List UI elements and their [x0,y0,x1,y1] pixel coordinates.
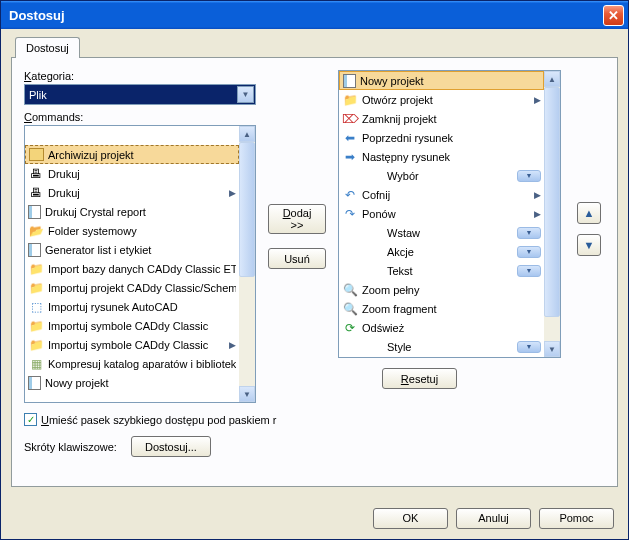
blank-icon [28,128,44,144]
close-icon[interactable]: ✕ [603,5,624,26]
tab-strip: Dostosuj [11,37,618,58]
import-icon: 📁 [28,280,44,296]
dropdown-pill-icon[interactable]: ▼ [517,170,541,182]
toolbar-listbox[interactable]: Nowy projekt📁Otwórz projekt▶⌦Zamknij pro… [338,70,561,358]
list-item[interactable]: 📂Folder systemowy [25,221,239,240]
list-item[interactable]: ➡Następny rysunek [339,147,544,166]
customize-dialog: Dostosuj ✕ Dostosuj Kategoria: Plik ▼ Co… [0,0,629,540]
scroll-down-icon[interactable]: ▼ [544,341,560,357]
item-label: Importuj projekt CADdy Classic/Schem [48,282,236,294]
blank-icon [367,168,383,184]
item-label: Wstaw [387,227,513,239]
item-label: Ponów [362,208,530,220]
scroll-thumb[interactable] [544,87,560,317]
document-icon [343,74,356,88]
cancel-button[interactable]: Anuluj [456,508,531,529]
item-label: Kompresuj katalog aparatów i bibliotek [48,358,236,370]
tab-customize[interactable]: Dostosuj [15,37,80,58]
item-label: Poprzedni rysunek [362,132,541,144]
list-item[interactable]: ⌦Zamknij projekt [339,109,544,128]
item-label: Archiwizuj projekt [48,149,235,161]
commands-listbox[interactable]: Archiwizuj projekt🖶Drukuj🖶Drukuj▶Drukuj … [24,125,256,403]
list-item[interactable]: Nowy projekt [25,373,239,392]
list-item[interactable]: 📁Importuj symbole CADdy Classic [25,316,239,335]
dropdown-pill-icon[interactable]: ▼ [517,227,541,239]
submenu-arrow-icon: ▶ [229,340,236,350]
compress-icon: ▦ [28,356,44,372]
list-item[interactable]: Nowy projekt [339,71,544,90]
list-item[interactable] [25,126,239,145]
remove-button[interactable]: Usuń [268,248,326,269]
reset-button[interactable]: Resetuj [382,368,457,389]
list-item[interactable]: Akcje▼ [339,242,544,261]
titlebar[interactable]: Dostosuj ✕ [1,1,628,29]
list-item[interactable]: Generator list i etykiet [25,240,239,259]
list-item[interactable]: Style▼ [339,337,544,356]
document-icon [28,243,41,257]
move-down-button[interactable]: ▼ [577,234,601,256]
left-column: Kategoria: Plik ▼ Commands: Archiwizuj p… [24,70,256,403]
document-icon [28,376,41,390]
blank-icon [367,339,383,355]
item-label: Import bazy danych CADdy Classic ET [48,263,236,275]
list-item[interactable]: ↶Cofnij▶ [339,185,544,204]
list-item[interactable]: Tekst▼ [339,261,544,280]
blank-icon [367,244,383,260]
move-up-button[interactable]: ▲ [577,202,601,224]
checkbox-quick-access[interactable]: ✓ [24,413,37,426]
scroll-up-icon[interactable]: ▲ [239,126,255,142]
category-combo[interactable]: Plik ▼ [24,84,256,105]
list-item[interactable]: ⟳Odśwież [339,318,544,337]
blank-icon [367,263,383,279]
list-item[interactable]: Drukuj Crystal report [25,202,239,221]
checkbox-row[interactable]: ✓ Umieść pasek szybkiego dostępu pod pas… [24,413,605,426]
print-icon: 🖶 [28,166,44,182]
dropdown-pill-icon[interactable]: ▼ [517,341,541,353]
list-item[interactable]: 🔍Zoom pełny [339,280,544,299]
list-item[interactable]: 📁Otwórz projekt▶ [339,90,544,109]
document-icon [28,205,41,219]
submenu-arrow-icon: ▶ [534,190,541,200]
folder-icon: 📁 [342,92,358,108]
list-item[interactable]: Archiwizuj projekt [25,145,239,164]
refresh-icon: ⟳ [342,320,358,336]
shortcuts-customize-button[interactable]: Dostosuj... [131,436,211,457]
list-item[interactable]: 📁Importuj projekt CADdy Classic/Schem [25,278,239,297]
close-doc-icon: ⌦ [342,111,358,127]
scroll-thumb[interactable] [239,142,255,277]
list-item[interactable]: Wstaw▼ [339,223,544,242]
list-item[interactable]: ⬚Importuj rysunek AutoCAD [25,297,239,316]
arrows-column: ▲ ▼ [573,70,605,403]
ok-button[interactable]: OK [373,508,448,529]
scrollbar-left[interactable]: ▲ ▼ [239,126,255,402]
submenu-arrow-icon: ▶ [229,188,236,198]
commands-label: Commands: [24,111,256,123]
item-label: Zoom fragment [362,303,541,315]
list-item[interactable]: ▦Kompresuj katalog aparatów i bibliotek [25,354,239,373]
item-label: Cofnij [362,189,530,201]
scroll-up-icon[interactable]: ▲ [544,71,560,87]
list-item[interactable]: ⬅Poprzedni rysunek [339,128,544,147]
list-item[interactable]: 📁Import bazy danych CADdy Classic ET [25,259,239,278]
scroll-down-icon[interactable]: ▼ [239,386,255,402]
item-label: Importuj symbole CADdy Classic [48,320,236,332]
help-button[interactable]: Pomoc [539,508,614,529]
list-item[interactable]: 🖶Drukuj▶ [25,183,239,202]
list-item[interactable]: 📁Importuj symbole CADdy Classic▶ [25,335,239,354]
list-item[interactable]: 🖶Drukuj [25,164,239,183]
item-label: Odśwież [362,322,541,334]
scrollbar-right[interactable]: ▲ ▼ [544,71,560,357]
item-label: Wybór [387,170,513,182]
dropdown-pill-icon[interactable]: ▼ [517,265,541,277]
dropdown-pill-icon[interactable]: ▼ [517,246,541,258]
chevron-down-icon[interactable]: ▼ [237,86,254,103]
shortcuts-label: Skróty klawiszowe: [24,441,117,453]
item-label: Style [387,341,513,353]
list-item[interactable]: 🔍Zoom fragment [339,299,544,318]
next-icon: ➡ [342,149,358,165]
add-button[interactable]: Dodaj >> [268,204,326,234]
list-item[interactable]: Wybór▼ [339,166,544,185]
submenu-arrow-icon: ▶ [534,209,541,219]
list-item[interactable]: ↷Ponów▶ [339,204,544,223]
item-label: Drukuj [48,168,236,180]
